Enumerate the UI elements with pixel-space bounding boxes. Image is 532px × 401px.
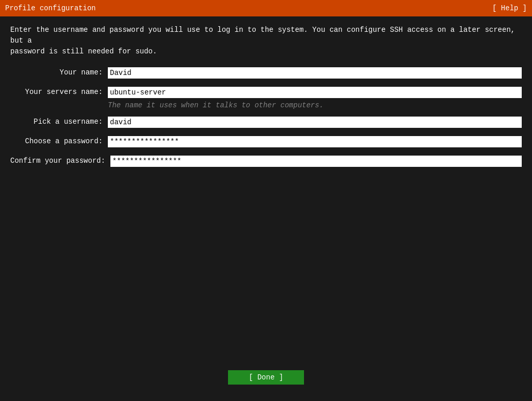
description-text: Enter the username and password you will…: [10, 25, 522, 57]
help-button[interactable]: [ Help ]: [492, 4, 527, 12]
username-row: Pick a username:: [10, 117, 522, 128]
server-name-input[interactable]: [108, 87, 522, 98]
content: Enter the username and password you will…: [0, 16, 532, 401]
title-bar: Profile configuration [ Help ]: [0, 0, 532, 16]
confirm-password-row: Confirm your password:: [10, 156, 522, 167]
your-name-input[interactable]: [108, 67, 522, 79]
password-input[interactable]: [108, 136, 522, 147]
server-name-hint-row: The name it uses when it talks to other …: [10, 101, 522, 109]
app: Profile configuration [ Help ] Enter the…: [0, 0, 532, 401]
your-name-label: Your name:: [10, 67, 108, 77]
confirm-password-label: Confirm your password:: [10, 156, 110, 165]
footer: [ Done ]: [10, 370, 522, 393]
title-text: Profile configuration: [5, 4, 96, 12]
confirm-password-input[interactable]: [110, 156, 522, 167]
username-label: Pick a username:: [10, 117, 108, 126]
done-button[interactable]: [ Done ]: [228, 370, 303, 385]
server-name-label: Your servers name:: [10, 87, 108, 96]
password-label: Choose a password:: [10, 136, 108, 145]
your-name-row: Your name:: [10, 67, 522, 79]
password-row: Choose a password:: [10, 136, 522, 147]
server-name-hint: The name it uses when it talks to other …: [108, 101, 324, 109]
hint-spacer: [10, 101, 108, 109]
server-name-row: Your servers name:: [10, 87, 522, 98]
username-input[interactable]: [108, 117, 522, 128]
